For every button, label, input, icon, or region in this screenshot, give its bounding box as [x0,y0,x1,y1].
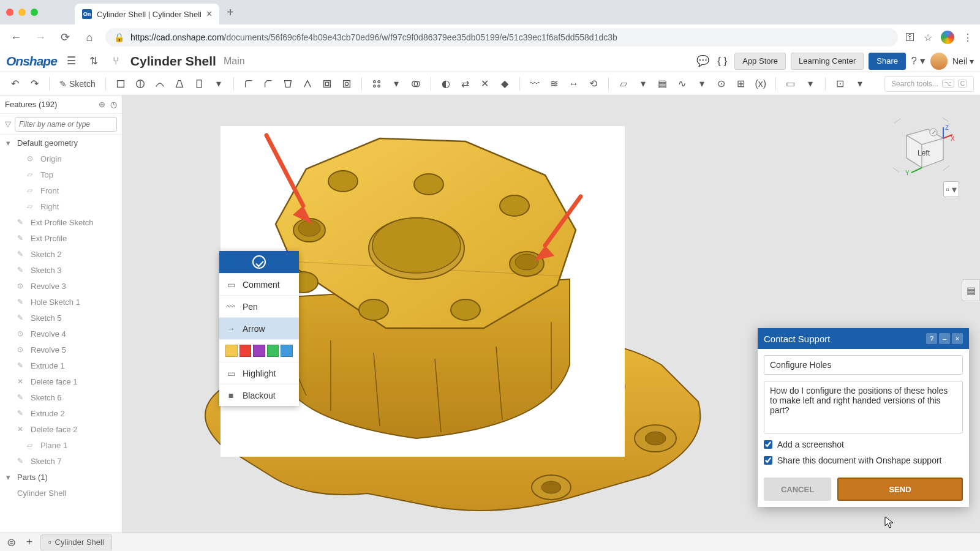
fillet-icon[interactable] [240,75,257,92]
feature-item[interactable]: ✎Sketch 3 [0,262,122,278]
feature-item[interactable]: ✎Sketch 2 [0,246,122,262]
close-icon[interactable]: × [952,333,963,344]
loft-icon[interactable] [171,75,188,92]
replace-icon[interactable]: ⟲ [585,75,602,92]
pattern-icon[interactable] [368,75,385,92]
feature-item[interactable]: ✎Hole Sketch 1 [0,294,122,310]
minimize-window-icon[interactable] [18,9,26,16]
new-tab-button[interactable]: + [227,6,234,20]
back-button[interactable]: ← [7,29,24,46]
support-body-textarea[interactable] [764,381,963,433]
sketch-button[interactable]: ✎Sketch [56,79,99,89]
feature-item[interactable]: ⊙Revolve 4 [0,326,122,342]
parts-section[interactable]: ▾Parts (1) [0,469,122,485]
surface-icon[interactable]: 〰 [526,75,543,92]
feature-item[interactable]: ✎Sketch 7 [0,453,122,469]
reload-button[interactable]: ⟳ [56,29,74,46]
feature-item[interactable]: ✎Extrude 1 [0,358,122,373]
screenshot-checkbox[interactable]: Add a screenshot [764,440,963,449]
feature-item[interactable]: ▱Front [0,182,122,198]
transform-icon[interactable]: ⇄ [457,75,474,92]
minimize-icon[interactable]: – [939,333,950,344]
annotation-blackout[interactable]: ■Blackout [219,384,299,406]
boolean-icon[interactable] [407,75,424,92]
browser-tab[interactable]: On Cylinder Shell | Cylinder Shell × [75,4,219,24]
color-swatch[interactable] [225,345,238,357]
annotation-highlight[interactable]: ▭Highlight [219,362,299,384]
document-title[interactable]: Cylinder Shell [130,54,216,69]
braces-icon[interactable]: { } [715,54,729,69]
feature-item[interactable]: ✎Extrude 2 [0,405,122,421]
dropdown-icon[interactable]: ▾ [693,75,710,92]
menu-icon[interactable]: ☰ [64,54,79,69]
search-tools-input[interactable]: Search tools... ⌥C [884,76,974,92]
annotation-arrow[interactable]: →Arrow [219,317,299,339]
feature-item[interactable]: ⊙Origin [0,151,122,167]
feature-item[interactable]: ▱Right [0,198,122,214]
settings-icon[interactable]: ⊜ [4,535,18,550]
feature-item[interactable]: ⊙Revolve 3 [0,278,122,294]
view-cube[interactable]: Left X Y Z ⤢ [882,114,956,181]
branch-name[interactable]: Main [224,56,245,67]
view-cube-icon[interactable]: ▫ ▾ [943,181,959,197]
url-bar[interactable]: 🔒 https://cad.onshape.com/documents/56f6… [105,28,898,47]
color-swatch[interactable] [267,345,279,357]
feature-item[interactable]: ▱Top [0,167,122,182]
close-window-icon[interactable] [6,9,13,16]
cancel-button[interactable]: CANCEL [764,478,831,501]
app-store-button[interactable]: App Store [734,53,786,70]
draft-icon[interactable] [279,75,296,92]
star-icon[interactable]: ☆ [924,32,932,43]
close-tab-icon[interactable]: × [206,9,212,20]
part-item[interactable]: Cylinder Shell [0,485,122,501]
undo-button[interactable]: ↶ [6,75,23,92]
dropdown-icon[interactable]: ▾ [851,75,869,92]
section-icon[interactable]: ▤ [654,75,671,92]
chat-icon[interactable]: 💬 [695,54,710,69]
sheet-icon[interactable]: ▭ [782,75,799,92]
part-studio-tab[interactable]: ▫ Cylinder Shell [40,534,112,550]
profile-icon[interactable] [941,31,954,44]
shell-icon[interactable] [318,75,336,92]
right-dock-icon[interactable]: ▤ [962,279,980,301]
offset-icon[interactable]: ≋ [546,75,563,92]
share-doc-checkbox[interactable]: Share this document with Onshape support [764,455,963,465]
forward-button[interactable]: → [32,29,49,46]
branch-icon[interactable]: ⑂ [108,54,123,69]
split-icon[interactable]: ◐ [437,75,454,92]
feature-item[interactable]: ✎Sketch 5 [0,310,122,326]
user-name[interactable]: Neil ▾ [952,56,974,66]
home-button[interactable]: ⌂ [81,29,98,46]
plane-icon[interactable]: ▱ [615,75,632,92]
help-icon[interactable]: ? ▾ [911,54,925,69]
feature-item[interactable]: ✎Sketch 6 [0,389,122,405]
rollback-icon[interactable]: ◷ [110,100,117,109]
modify-icon[interactable]: ◆ [496,75,513,92]
rib-icon[interactable] [299,75,316,92]
support-subject-input[interactable] [764,355,963,375]
feature-item[interactable]: ✕Delete face 2 [0,421,122,437]
feature-item[interactable]: ✕Delete face 1 [0,373,122,389]
help-icon[interactable]: ? [926,333,937,344]
mate-icon[interactable]: ⊞ [733,75,750,92]
curve-icon[interactable]: ∿ [674,75,691,92]
point-icon[interactable]: ⊙ [713,75,730,92]
color-swatch[interactable] [239,345,252,357]
filter-icon[interactable]: ▽ [5,119,11,129]
dropdown-icon[interactable]: ▾ [388,75,405,92]
user-avatar[interactable] [930,53,948,70]
maximize-window-icon[interactable] [31,9,38,16]
window-controls[interactable] [6,9,38,16]
move-icon[interactable]: ↔ [565,75,582,92]
share-button[interactable]: Share [869,53,906,70]
feature-filter-input[interactable] [15,117,117,132]
add-feature-icon[interactable]: ⊕ [99,100,105,109]
extrude-icon[interactable] [112,75,129,92]
feature-item[interactable]: ✎Ext Profile Sketch [0,214,122,230]
variable-icon[interactable]: (x) [752,75,769,92]
hole-icon[interactable] [338,75,355,92]
color-swatch[interactable] [253,345,265,357]
thicken-icon[interactable] [190,75,208,92]
onshape-logo[interactable]: Onshape [6,54,57,69]
annotation-comment[interactable]: ▭Comment [219,273,299,295]
